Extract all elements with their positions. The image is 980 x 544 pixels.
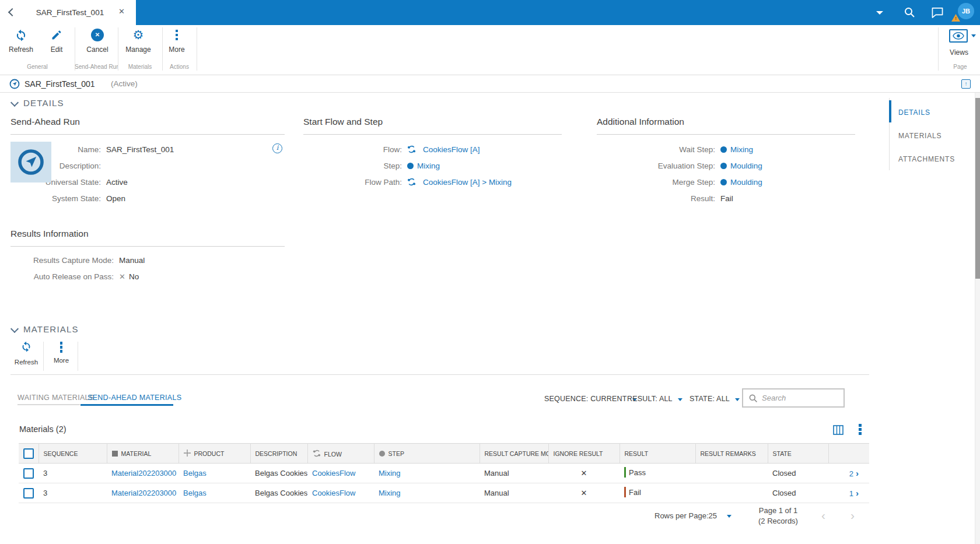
- table-row[interactable]: 3 Material202203000 Belgas Belgas Cookie…: [19, 483, 869, 503]
- column-options-icon[interactable]: [833, 425, 844, 437]
- button-label: Cancel: [86, 45, 108, 54]
- flow-icon: [407, 145, 416, 153]
- views-button[interactable]: [949, 29, 968, 43]
- evaluation-step-link[interactable]: Moulding: [730, 162, 762, 170]
- filter-result[interactable]: RESULT: ALL: [627, 395, 682, 403]
- tab-send-ahead-materials[interactable]: SEND-AHEAD MATERIALS: [88, 394, 181, 402]
- tab-strip: SAR_FirstTest_001 ✕: [0, 0, 136, 25]
- tab-waiting-materials[interactable]: WAITING MATERIALS: [18, 394, 94, 402]
- row-checkbox[interactable]: [23, 488, 34, 499]
- select-all-checkbox[interactable]: [23, 448, 34, 459]
- flow-link[interactable]: CookiesFlow: [312, 469, 355, 478]
- step-icon: [720, 163, 727, 169]
- nav-item-details[interactable]: DETAILS: [898, 108, 930, 117]
- previous-page-icon[interactable]: ‹: [821, 508, 825, 522]
- step-icon: [720, 146, 727, 153]
- material-link[interactable]: Material202203000: [111, 489, 176, 497]
- field-evaluation-step: Evaluation Step: Moulding: [597, 160, 855, 171]
- top-bar: SAR_FirstTest_001 ✕ JB !: [0, 0, 980, 25]
- cell-step: Mixing: [374, 483, 480, 503]
- col-sequence[interactable]: SEQUENCE: [38, 444, 107, 464]
- tab-underline: [18, 404, 80, 405]
- x-icon: ✕: [581, 469, 587, 478]
- cancel-button[interactable]: ✕ Cancel: [80, 28, 114, 59]
- avatar[interactable]: JB: [958, 3, 974, 19]
- flow-path-link[interactable]: CookiesFlow [A] > Mixing: [423, 178, 512, 187]
- materials-more-button[interactable]: More: [47, 341, 76, 372]
- page-info: Page 1 of 1 (2 Records): [749, 506, 807, 525]
- col-result-remarks[interactable]: RESULT REMARKS: [695, 444, 768, 464]
- wait-step-link[interactable]: Mixing: [730, 145, 753, 154]
- next-page-icon[interactable]: ›: [850, 508, 855, 522]
- flow-icon: [313, 450, 321, 457]
- toolbar-separator: [78, 342, 78, 371]
- cell-detail-count[interactable]: 1›: [828, 483, 869, 503]
- materials-refresh-button[interactable]: Refresh: [10, 341, 42, 372]
- ribbon-separator: [197, 27, 197, 71]
- table-row[interactable]: 3 Material202203000 Belgas Belgas Cookie…: [19, 464, 869, 483]
- tab-close-icon[interactable]: ✕: [118, 7, 125, 16]
- rows-per-page[interactable]: Rows per Page:25: [654, 511, 717, 520]
- dock-panel-icon[interactable]: ↑: [961, 79, 971, 89]
- rows-per-page-caret-icon[interactable]: [727, 515, 732, 518]
- search-box: [742, 388, 845, 408]
- nav-item-materials[interactable]: MATERIALS: [898, 132, 942, 140]
- merge-step-link[interactable]: Moulding: [730, 178, 762, 187]
- materials-table: SEQUENCE MATERIAL PRODUCT DESCRIPTION FL…: [19, 443, 869, 503]
- cell-description: Belgas Cookies: [250, 464, 307, 483]
- search-input[interactable]: [762, 394, 832, 402]
- col-flow[interactable]: FLOW: [307, 444, 374, 464]
- materials-collapse-icon[interactable]: [10, 325, 19, 333]
- grid-kebab-icon[interactable]: [859, 424, 862, 435]
- step-link[interactable]: Mixing: [379, 469, 401, 478]
- flow-icon: [407, 178, 416, 186]
- refresh-button[interactable]: Refresh: [5, 28, 37, 59]
- col-result[interactable]: RESULT: [620, 444, 695, 464]
- cell-sequence: 3: [38, 464, 107, 483]
- manage-button[interactable]: ⚙ Manage: [121, 28, 155, 59]
- step-link[interactable]: Mixing: [379, 489, 401, 497]
- col-description[interactable]: DESCRIPTION: [250, 444, 307, 464]
- cell-flow: CookiesFlow: [307, 464, 374, 483]
- views-caret-icon[interactable]: [971, 34, 976, 37]
- info-icon[interactable]: i: [272, 143, 282, 153]
- eye-icon: [953, 32, 964, 40]
- row-checkbox[interactable]: [23, 468, 34, 479]
- views-label[interactable]: Views: [941, 48, 977, 57]
- back-icon[interactable]: [8, 8, 16, 16]
- col-step[interactable]: STEP: [374, 444, 480, 464]
- more-button[interactable]: More: [161, 28, 192, 59]
- scrollbar-thumb[interactable]: [975, 98, 980, 279]
- send-ahead-run-icon: [9, 79, 20, 92]
- filter-sequence[interactable]: SEQUENCE: CURRENT: [544, 395, 637, 403]
- edit-button[interactable]: Edit: [41, 28, 72, 59]
- search-icon[interactable]: [904, 6, 915, 20]
- grid-title: Materials (2): [19, 424, 66, 434]
- col-state[interactable]: STATE: [768, 444, 828, 464]
- col-material[interactable]: MATERIAL: [107, 444, 178, 464]
- cell-result: Pass: [620, 464, 695, 483]
- product-link[interactable]: Belgas: [183, 469, 206, 478]
- cell-result-capture-mode: Manual: [480, 464, 548, 483]
- details-section-label[interactable]: DETAILS: [23, 98, 64, 108]
- filter-state[interactable]: STATE: ALL: [690, 395, 740, 403]
- material-link[interactable]: Material202203000: [111, 469, 176, 478]
- kebab-icon: [176, 28, 178, 42]
- col-product[interactable]: PRODUCT: [178, 444, 250, 464]
- field-results-capture-mode: Results Capture Mode: Manual: [10, 255, 285, 265]
- flow-link[interactable]: CookiesFlow [A]: [423, 145, 480, 154]
- materials-section-label[interactable]: MATERIALS: [23, 324, 79, 334]
- details-collapse-icon[interactable]: [10, 99, 19, 107]
- chat-icon[interactable]: [931, 7, 944, 20]
- col-result-capture-mode[interactable]: RESULT CAPTURE MOD: [480, 444, 548, 464]
- product-link[interactable]: Belgas: [183, 489, 206, 497]
- step-link[interactable]: Mixing: [417, 162, 440, 170]
- col-ignore-result[interactable]: IGNORE RESULT: [548, 444, 620, 464]
- cell-detail-count[interactable]: 2›: [828, 464, 869, 483]
- cell-sequence: 3: [38, 483, 107, 503]
- cell-step: Mixing: [374, 464, 480, 483]
- menu-caret-icon[interactable]: [876, 11, 883, 15]
- flow-link[interactable]: CookiesFlow: [312, 489, 355, 497]
- nav-item-attachments[interactable]: ATTACHMENTS: [898, 155, 955, 163]
- active-tab[interactable]: SAR_FirstTest_001: [24, 0, 116, 25]
